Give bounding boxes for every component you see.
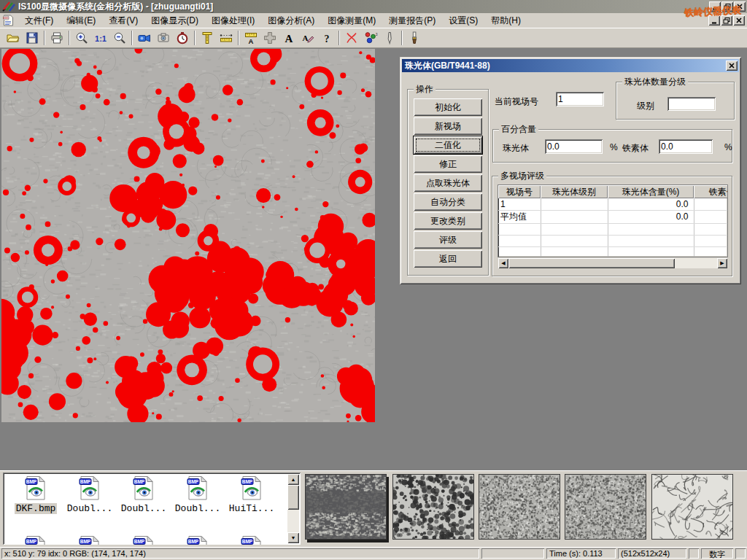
file-item[interactable]: BMPDoubl... — [63, 475, 117, 514]
current-view-label: 当前视场号 — [495, 96, 538, 108]
minimize-button[interactable] — [709, 1, 721, 12]
scroll-thumb[interactable] — [508, 258, 675, 268]
scale-ruler-icon: A — [244, 31, 258, 45]
zoom-out-button[interactable] — [110, 29, 129, 47]
zoom-in-button[interactable] — [72, 29, 91, 47]
thumbnail-1[interactable] — [305, 474, 387, 540]
scroll-left-button[interactable]: ◀ — [498, 258, 508, 268]
grade-button[interactable]: 评级 — [414, 231, 482, 249]
table-header[interactable]: 视场号 — [498, 185, 541, 198]
scroll-up-button[interactable]: ▲ — [287, 474, 299, 485]
initialize-button[interactable]: 初始化 — [414, 98, 482, 116]
thumbnail-3[interactable] — [479, 474, 560, 540]
menu-item-image-display[interactable]: 图像显示(D) — [144, 13, 205, 28]
toolbar: 1:1AAA?3 — [0, 28, 747, 48]
mdi-minimize-button[interactable] — [708, 15, 720, 26]
mdi-close-button[interactable] — [733, 15, 745, 26]
text-edit-button[interactable]: A — [298, 29, 317, 47]
video-camera-button[interactable] — [135, 29, 154, 47]
grade-input[interactable] — [667, 97, 716, 111]
new-view-button[interactable]: 新视场 — [414, 117, 482, 135]
file-item[interactable]: BMPDoubl... — [117, 475, 171, 514]
capture-button[interactable] — [154, 29, 173, 47]
document-system-menu[interactable]: DOC — [3, 15, 14, 26]
file-item[interactable]: BMPHuiTi... — [225, 475, 279, 514]
scroll-track[interactable] — [675, 258, 717, 268]
svg-text:3: 3 — [376, 32, 378, 36]
dialog-close-button[interactable] — [726, 61, 738, 71]
multiview-table[interactable]: 视场号珠光体级别珠光体含量(%)铁素体含量(%) 10.0平均值0.0 — [498, 185, 727, 257]
menu-item-file[interactable]: 文件(F) — [18, 13, 60, 28]
pearlite-percent-input[interactable] — [545, 139, 603, 154]
thumbnail-5[interactable] — [651, 474, 733, 540]
ruler-button[interactable] — [217, 29, 236, 47]
brush-button[interactable] — [405, 29, 424, 47]
window-title: IS100显微摄像系统(金相分析版) - [zhuguangti01] — [18, 1, 213, 13]
file-item[interactable]: BMPDoubl... — [171, 475, 225, 514]
menu-item-image-process[interactable]: 图像处理(I) — [205, 13, 261, 28]
save-button[interactable] — [23, 29, 42, 47]
table-header[interactable]: 珠光体含量(%) — [608, 185, 694, 198]
menu-item-settings[interactable]: 设置(S) — [442, 13, 484, 28]
restore-button[interactable] — [721, 1, 733, 12]
table-row[interactable] — [498, 235, 727, 246]
ferrite-percent-input[interactable] — [659, 139, 713, 154]
table-row[interactable] — [498, 246, 727, 257]
curve-button[interactable] — [342, 29, 361, 47]
file-item-partial[interactable]: BMP — [9, 535, 63, 545]
app-icon[interactable] — [2, 0, 15, 14]
print-button[interactable] — [47, 29, 66, 47]
menu-item-image-analysis[interactable]: 图像分析(A) — [261, 13, 321, 28]
binarize-button[interactable]: 二值化 — [414, 136, 482, 154]
table-row[interactable]: 平均值0.0 — [498, 210, 727, 223]
return-button[interactable]: 返回 — [414, 250, 482, 268]
grid-cross-button[interactable] — [260, 29, 279, 47]
metallograph-image[interactable] — [1, 49, 375, 422]
svg-text:BMP: BMP — [188, 479, 199, 484]
caliper-button[interactable] — [198, 29, 217, 47]
file-list: BMPBMPBMPBMPBMPBMPHuiTi...BMPDoubl...BMP… — [3, 472, 301, 545]
menu-item-measure-report[interactable]: 测量报告(P) — [382, 13, 442, 28]
table-header[interactable]: 珠光体级别 — [541, 185, 608, 198]
menu-item-view[interactable]: 查看(V) — [102, 13, 144, 28]
menu-item-edit[interactable]: 编辑(E) — [60, 13, 102, 28]
change-class-button[interactable]: 更改类别 — [414, 212, 482, 230]
pick-pearlite-button[interactable]: 点取珠光体 — [414, 174, 482, 192]
probe-button[interactable] — [380, 29, 399, 47]
toolbar-separator — [401, 31, 403, 45]
thumbnail-2[interactable] — [392, 474, 474, 540]
current-view-input[interactable] — [556, 92, 604, 106]
scroll-down-button[interactable]: ▼ — [287, 532, 299, 543]
file-item-partial[interactable]: BMP — [171, 535, 225, 545]
table-row[interactable]: 10.0 — [498, 198, 727, 210]
save-icon — [25, 31, 39, 45]
file-item[interactable]: BMPDKF.bmp — [9, 475, 63, 514]
open-button[interactable] — [4, 29, 23, 47]
correct-button[interactable]: 修正 — [414, 155, 482, 173]
scale-ruler-button[interactable]: A — [241, 29, 260, 47]
menu-item-help[interactable]: 帮助(H) — [484, 13, 527, 28]
table-header[interactable]: 铁素体含量(%) — [694, 185, 727, 198]
actual-size-button[interactable]: 1:1 — [91, 29, 110, 47]
close-button[interactable] — [734, 1, 746, 12]
scroll-right-button[interactable]: ▶ — [717, 258, 727, 268]
file-item-partial[interactable]: BMP — [225, 535, 279, 545]
thumbnail-4[interactable] — [565, 474, 646, 540]
auto-classify-button[interactable]: 自动分类 — [414, 193, 482, 211]
text-button[interactable]: A — [279, 29, 298, 47]
capture-icon — [156, 31, 171, 45]
dialog-title-bar[interactable]: 珠光体(GB/T9441-88) — [402, 59, 739, 72]
classify-button[interactable]: 3 — [361, 29, 380, 47]
file-scroll-thumb[interactable] — [287, 485, 299, 510]
file-item-partial[interactable]: BMP — [117, 535, 171, 545]
svg-text:BMP: BMP — [134, 479, 145, 484]
mdi-restore-button[interactable] — [721, 15, 732, 26]
menu-item-image-measure[interactable]: 图像测量(M) — [321, 13, 382, 28]
timer-button[interactable] — [173, 29, 192, 47]
table-horizontal-scrollbar[interactable]: ◀ ▶ — [498, 258, 727, 268]
help-button[interactable]: ? — [317, 29, 336, 47]
table-row[interactable] — [498, 223, 727, 235]
file-list-scrollbar[interactable]: ▲ ▼ — [287, 474, 299, 543]
file-item-partial[interactable]: BMP — [63, 535, 117, 545]
status-spacer-2 — [689, 548, 699, 559]
